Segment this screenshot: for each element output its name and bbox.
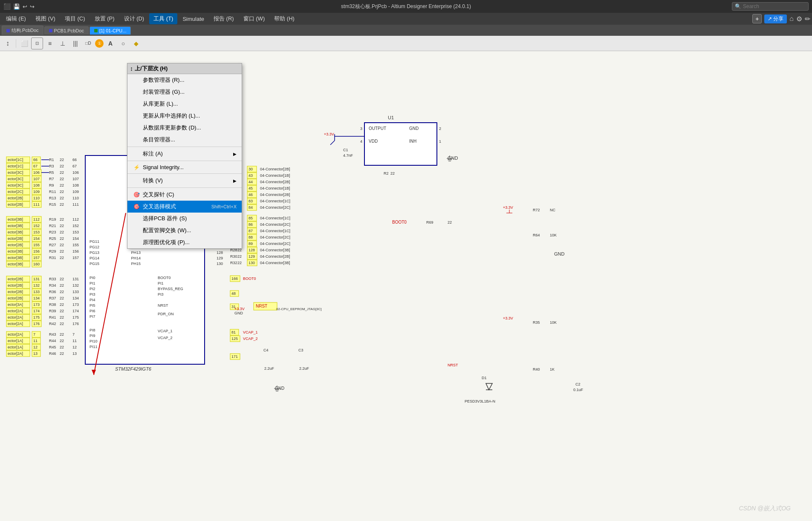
separator-3 xyxy=(127,173,242,174)
svg-text:2: 2 xyxy=(439,127,441,131)
menu-update-selected[interactable]: 更新从库中选择的 (L)... xyxy=(127,110,242,122)
svg-text:ector[3B]: ector[3B] xyxy=(8,256,23,260)
svg-text:129: 129 xyxy=(217,256,223,260)
menu-view[interactable]: 视图 (V) xyxy=(31,13,60,24)
svg-text:ector[2A]: ector[2A] xyxy=(8,315,23,320)
tool-junction[interactable]: ⊥ xyxy=(57,37,69,49)
svg-text:45: 45 xyxy=(249,186,253,190)
tab-cpu[interactable]: [1] 01-CPU... xyxy=(90,26,131,35)
menu-cross-probe[interactable]: 🎯 交叉探针 (C) xyxy=(127,189,242,201)
menu-pin-swap[interactable]: 配置管脚交换 (W)... xyxy=(127,225,242,236)
menu-item-left: 转换 (V) xyxy=(133,177,163,184)
svg-text:129: 129 xyxy=(249,254,255,259)
svg-text:174: 174 xyxy=(72,309,79,313)
edit-button[interactable]: ✏ xyxy=(805,15,810,23)
redo-icon[interactable]: ↪ xyxy=(30,3,35,10)
menu-project[interactable]: 项目 (C) xyxy=(61,13,90,24)
tool-select[interactable]: ⬜ xyxy=(18,37,30,49)
svg-text:22: 22 xyxy=(448,220,452,225)
svg-text:22: 22 xyxy=(60,190,64,194)
tab-structure[interactable]: 结构.PcbDoc xyxy=(2,26,43,35)
menu-package-manager[interactable]: 封装管理器 (G)... xyxy=(127,86,242,98)
svg-text:157: 157 xyxy=(72,256,79,260)
search-input[interactable] xyxy=(743,3,803,9)
menu-signal-integrity[interactable]: ⚡ Signal Integrity... xyxy=(127,162,242,173)
undo-icon[interactable]: ↩ xyxy=(23,3,27,10)
svg-text:22: 22 xyxy=(60,243,64,247)
menu-param-manager[interactable]: 参数管理器 (R)... xyxy=(127,74,242,86)
menu-update-from-db[interactable]: 从数据库更新参数 (D)... xyxy=(127,122,242,134)
svg-text:128: 128 xyxy=(217,250,223,255)
menu-update-from-lib[interactable]: 从库更新 (L)... xyxy=(127,98,242,110)
svg-text:R31: R31 xyxy=(49,256,56,260)
svg-text:176: 176 xyxy=(33,322,40,326)
menu-design[interactable]: 设计 (D) xyxy=(120,13,149,24)
menu-help[interactable]: 帮助 (H) xyxy=(270,13,299,24)
svg-text:130: 130 xyxy=(217,262,223,266)
svg-text:173: 173 xyxy=(72,302,79,307)
schematic-canvas[interactable]: ector[1C] 66 ector[1C] 67 ector[3C] 106 … xyxy=(0,51,812,521)
add-button[interactable]: + xyxy=(752,14,762,23)
menu-simulate[interactable]: Simulate xyxy=(178,14,208,24)
app-icon: ⬛ xyxy=(3,3,11,10)
svg-text:04-Connector[1B]: 04-Connector[1B] xyxy=(260,186,290,190)
submenu-arrow: ▶ xyxy=(233,178,237,183)
home-button[interactable]: ⌂ xyxy=(789,15,794,23)
menu-tools[interactable]: 工具 (T) xyxy=(149,13,177,24)
tool-up-down-hierarchy[interactable]: ↕ xyxy=(2,37,14,49)
save-icon[interactable]: 💾 xyxy=(13,3,20,10)
svg-text:174: 174 xyxy=(33,309,40,313)
svg-text:VCAP_2: VCAP_2 xyxy=(243,337,258,341)
tool-arc[interactable]: ○ xyxy=(117,37,129,49)
tool-power-port[interactable]: ① xyxy=(95,39,104,48)
svg-text:22: 22 xyxy=(60,309,64,313)
svg-text:ector[3C]: ector[3C] xyxy=(8,177,23,181)
svg-text:R1: R1 xyxy=(49,158,54,162)
tool-bus-entry[interactable]: ||| xyxy=(69,37,81,49)
search-icon: 🔍 xyxy=(735,3,741,9)
menu-cross-select[interactable]: 🎯 交叉选择模式 Shift+Ctrl+X xyxy=(127,201,242,213)
svg-text:ector[3B]: ector[3B] xyxy=(8,262,23,266)
svg-text:04-Connector[2B]: 04-Connector[2B] xyxy=(260,254,290,259)
svg-text:22: 22 xyxy=(60,315,64,320)
svg-text:VCAP_1: VCAP_1 xyxy=(158,329,173,333)
svg-text:04-Connector[3B]: 04-Connector[3B] xyxy=(260,261,290,265)
settings-button[interactable]: ⚙ xyxy=(796,15,802,23)
tab-pcb1[interactable]: PCB1.PcbDoc xyxy=(44,26,89,35)
svg-text:83: 83 xyxy=(249,199,253,203)
tool-net-label[interactable]: □D xyxy=(82,37,94,49)
svg-text:22: 22 xyxy=(60,351,64,356)
tool-fill[interactable]: ◆ xyxy=(130,37,142,49)
title-bar-left: ⬛ 💾 ↩ ↪ xyxy=(3,3,35,10)
search-box[interactable]: 🔍 xyxy=(732,2,809,11)
svg-text:48: 48 xyxy=(231,291,236,296)
tool-text[interactable]: A xyxy=(104,37,116,49)
menu-edit[interactable]: 编辑 (E) xyxy=(2,13,30,24)
menu-place[interactable]: 放置 (P) xyxy=(90,13,119,24)
svg-text:R39: R39 xyxy=(49,309,56,313)
menu-convert[interactable]: 转换 (V) ▶ xyxy=(127,175,242,187)
svg-text:04-Connector[2C]: 04-Connector[2C] xyxy=(260,235,290,239)
share-icon: ↗ xyxy=(768,16,772,22)
share-button[interactable]: ↗ 分享 xyxy=(764,14,787,23)
hierarchy-icon: ↕ xyxy=(130,65,133,72)
svg-text:ector[2B]: ector[2B] xyxy=(8,236,23,241)
tool-bus[interactable]: ≡ xyxy=(44,37,56,49)
menu-select-pcb[interactable]: 选择PCB 器件 (S) xyxy=(127,213,242,225)
svg-text:132: 132 xyxy=(72,283,79,288)
svg-text:+3.3V: +3.3V xyxy=(503,316,513,320)
menu-sch-optimize[interactable]: 原理图优化项 (P)... xyxy=(127,236,242,248)
menu-header-hierarchy[interactable]: ↕ 上/下层次 (H) xyxy=(127,63,242,74)
menu-report[interactable]: 报告 (R) xyxy=(209,13,238,24)
svg-text:175: 175 xyxy=(72,315,79,320)
menu-window[interactable]: 窗口 (W) xyxy=(239,13,269,24)
svg-text:VCAP_1: VCAP_1 xyxy=(243,330,258,334)
svg-text:+3.3V: +3.3V xyxy=(503,205,513,210)
svg-text:22: 22 xyxy=(237,254,242,259)
menu-item-manager[interactable]: 条目管理器... xyxy=(127,134,242,146)
tool-wire[interactable]: ⊡ xyxy=(31,37,43,49)
svg-text:PI11: PI11 xyxy=(90,345,98,349)
menu-annotate[interactable]: 标注 (A) ▶ xyxy=(127,148,242,160)
schematic-svg: ector[1C] 66 ector[1C] 67 ector[3C] 106 … xyxy=(0,51,812,520)
svg-text:R37: R37 xyxy=(49,296,56,300)
